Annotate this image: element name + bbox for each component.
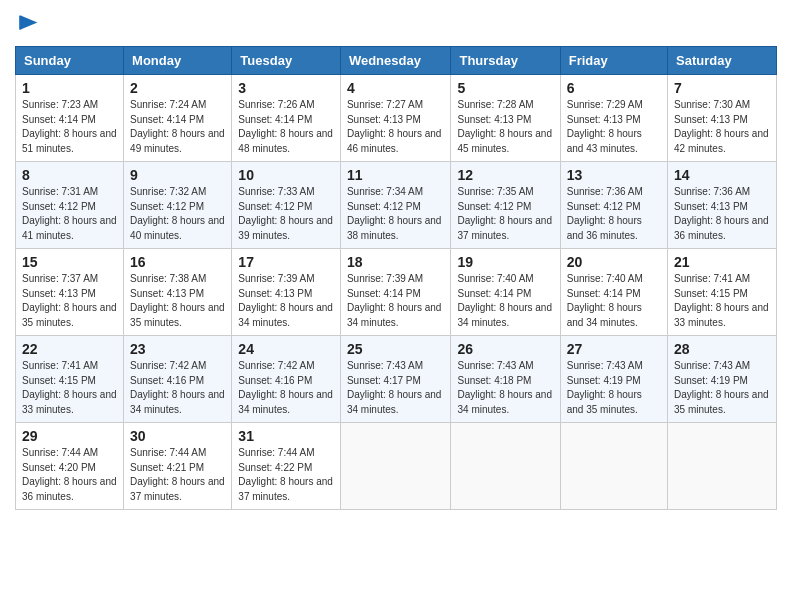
day-info: Sunrise: 7:40 AMSunset: 4:14 PMDaylight:… (457, 273, 552, 328)
day-number: 28 (674, 341, 770, 357)
day-info: Sunrise: 7:44 AMSunset: 4:20 PMDaylight:… (22, 447, 117, 502)
calendar-cell: 23 Sunrise: 7:42 AMSunset: 4:16 PMDaylig… (124, 336, 232, 423)
day-number: 24 (238, 341, 334, 357)
calendar-cell (340, 423, 451, 510)
day-info: Sunrise: 7:41 AMSunset: 4:15 PMDaylight:… (22, 360, 117, 415)
calendar-cell: 31 Sunrise: 7:44 AMSunset: 4:22 PMDaylig… (232, 423, 341, 510)
day-info: Sunrise: 7:32 AMSunset: 4:12 PMDaylight:… (130, 186, 225, 241)
day-info: Sunrise: 7:42 AMSunset: 4:16 PMDaylight:… (238, 360, 333, 415)
calendar-cell: 5 Sunrise: 7:28 AMSunset: 4:13 PMDayligh… (451, 75, 560, 162)
calendar-cell: 25 Sunrise: 7:43 AMSunset: 4:17 PMDaylig… (340, 336, 451, 423)
calendar-cell: 21 Sunrise: 7:41 AMSunset: 4:15 PMDaylig… (668, 249, 777, 336)
calendar-cell: 9 Sunrise: 7:32 AMSunset: 4:12 PMDayligh… (124, 162, 232, 249)
day-number: 9 (130, 167, 225, 183)
calendar-cell: 10 Sunrise: 7:33 AMSunset: 4:12 PMDaylig… (232, 162, 341, 249)
day-info: Sunrise: 7:39 AMSunset: 4:13 PMDaylight:… (238, 273, 333, 328)
day-number: 17 (238, 254, 334, 270)
col-header-sunday: Sunday (16, 47, 124, 75)
day-number: 23 (130, 341, 225, 357)
calendar-cell: 14 Sunrise: 7:36 AMSunset: 4:13 PMDaylig… (668, 162, 777, 249)
day-number: 27 (567, 341, 661, 357)
calendar-cell: 1 Sunrise: 7:23 AMSunset: 4:14 PMDayligh… (16, 75, 124, 162)
day-info: Sunrise: 7:41 AMSunset: 4:15 PMDaylight:… (674, 273, 769, 328)
day-number: 22 (22, 341, 117, 357)
day-number: 4 (347, 80, 445, 96)
day-info: Sunrise: 7:36 AMSunset: 4:13 PMDaylight:… (674, 186, 769, 241)
day-info: Sunrise: 7:43 AMSunset: 4:17 PMDaylight:… (347, 360, 442, 415)
day-number: 6 (567, 80, 661, 96)
day-number: 25 (347, 341, 445, 357)
calendar-cell: 27 Sunrise: 7:43 AMSunset: 4:19 PMDaylig… (560, 336, 667, 423)
day-info: Sunrise: 7:29 AMSunset: 4:13 PMDaylight:… (567, 99, 643, 154)
day-info: Sunrise: 7:42 AMSunset: 4:16 PMDaylight:… (130, 360, 225, 415)
day-info: Sunrise: 7:44 AMSunset: 4:22 PMDaylight:… (238, 447, 333, 502)
day-number: 30 (130, 428, 225, 444)
day-number: 2 (130, 80, 225, 96)
calendar-week-2: 8 Sunrise: 7:31 AMSunset: 4:12 PMDayligh… (16, 162, 777, 249)
calendar-cell: 19 Sunrise: 7:40 AMSunset: 4:14 PMDaylig… (451, 249, 560, 336)
calendar-cell: 30 Sunrise: 7:44 AMSunset: 4:21 PMDaylig… (124, 423, 232, 510)
logo (15, 10, 47, 38)
day-number: 5 (457, 80, 553, 96)
calendar-week-3: 15 Sunrise: 7:37 AMSunset: 4:13 PMDaylig… (16, 249, 777, 336)
calendar-cell: 8 Sunrise: 7:31 AMSunset: 4:12 PMDayligh… (16, 162, 124, 249)
calendar-cell: 16 Sunrise: 7:38 AMSunset: 4:13 PMDaylig… (124, 249, 232, 336)
col-header-saturday: Saturday (668, 47, 777, 75)
calendar-table: SundayMondayTuesdayWednesdayThursdayFrid… (15, 46, 777, 510)
day-number: 21 (674, 254, 770, 270)
calendar-cell: 18 Sunrise: 7:39 AMSunset: 4:14 PMDaylig… (340, 249, 451, 336)
day-info: Sunrise: 7:31 AMSunset: 4:12 PMDaylight:… (22, 186, 117, 241)
col-header-monday: Monday (124, 47, 232, 75)
day-info: Sunrise: 7:37 AMSunset: 4:13 PMDaylight:… (22, 273, 117, 328)
calendar-cell: 12 Sunrise: 7:35 AMSunset: 4:12 PMDaylig… (451, 162, 560, 249)
day-info: Sunrise: 7:24 AMSunset: 4:14 PMDaylight:… (130, 99, 225, 154)
day-info: Sunrise: 7:34 AMSunset: 4:12 PMDaylight:… (347, 186, 442, 241)
day-info: Sunrise: 7:43 AMSunset: 4:19 PMDaylight:… (674, 360, 769, 415)
day-info: Sunrise: 7:35 AMSunset: 4:12 PMDaylight:… (457, 186, 552, 241)
calendar-cell: 11 Sunrise: 7:34 AMSunset: 4:12 PMDaylig… (340, 162, 451, 249)
day-info: Sunrise: 7:28 AMSunset: 4:13 PMDaylight:… (457, 99, 552, 154)
calendar-week-4: 22 Sunrise: 7:41 AMSunset: 4:15 PMDaylig… (16, 336, 777, 423)
day-number: 12 (457, 167, 553, 183)
col-header-friday: Friday (560, 47, 667, 75)
page: SundayMondayTuesdayWednesdayThursdayFrid… (0, 0, 792, 612)
calendar-cell: 22 Sunrise: 7:41 AMSunset: 4:15 PMDaylig… (16, 336, 124, 423)
day-number: 31 (238, 428, 334, 444)
day-number: 16 (130, 254, 225, 270)
calendar-cell: 3 Sunrise: 7:26 AMSunset: 4:14 PMDayligh… (232, 75, 341, 162)
day-number: 29 (22, 428, 117, 444)
calendar-cell: 13 Sunrise: 7:36 AMSunset: 4:12 PMDaylig… (560, 162, 667, 249)
calendar-cell: 2 Sunrise: 7:24 AMSunset: 4:14 PMDayligh… (124, 75, 232, 162)
day-info: Sunrise: 7:43 AMSunset: 4:18 PMDaylight:… (457, 360, 552, 415)
day-number: 14 (674, 167, 770, 183)
day-number: 15 (22, 254, 117, 270)
day-number: 20 (567, 254, 661, 270)
calendar-cell: 6 Sunrise: 7:29 AMSunset: 4:13 PMDayligh… (560, 75, 667, 162)
day-number: 8 (22, 167, 117, 183)
day-number: 18 (347, 254, 445, 270)
header (15, 10, 777, 38)
calendar-cell (560, 423, 667, 510)
day-number: 3 (238, 80, 334, 96)
calendar-header-row: SundayMondayTuesdayWednesdayThursdayFrid… (16, 47, 777, 75)
day-number: 1 (22, 80, 117, 96)
calendar-week-5: 29 Sunrise: 7:44 AMSunset: 4:20 PMDaylig… (16, 423, 777, 510)
calendar-cell: 4 Sunrise: 7:27 AMSunset: 4:13 PMDayligh… (340, 75, 451, 162)
day-info: Sunrise: 7:43 AMSunset: 4:19 PMDaylight:… (567, 360, 643, 415)
calendar-cell: 20 Sunrise: 7:40 AMSunset: 4:14 PMDaylig… (560, 249, 667, 336)
col-header-tuesday: Tuesday (232, 47, 341, 75)
calendar-cell: 15 Sunrise: 7:37 AMSunset: 4:13 PMDaylig… (16, 249, 124, 336)
day-info: Sunrise: 7:39 AMSunset: 4:14 PMDaylight:… (347, 273, 442, 328)
day-info: Sunrise: 7:44 AMSunset: 4:21 PMDaylight:… (130, 447, 225, 502)
day-info: Sunrise: 7:30 AMSunset: 4:13 PMDaylight:… (674, 99, 769, 154)
day-number: 26 (457, 341, 553, 357)
col-header-wednesday: Wednesday (340, 47, 451, 75)
calendar-cell: 7 Sunrise: 7:30 AMSunset: 4:13 PMDayligh… (668, 75, 777, 162)
calendar-cell: 29 Sunrise: 7:44 AMSunset: 4:20 PMDaylig… (16, 423, 124, 510)
day-info: Sunrise: 7:40 AMSunset: 4:14 PMDaylight:… (567, 273, 643, 328)
day-number: 7 (674, 80, 770, 96)
calendar-cell: 26 Sunrise: 7:43 AMSunset: 4:18 PMDaylig… (451, 336, 560, 423)
svg-marker-0 (21, 16, 38, 30)
calendar-cell: 24 Sunrise: 7:42 AMSunset: 4:16 PMDaylig… (232, 336, 341, 423)
calendar-cell (668, 423, 777, 510)
